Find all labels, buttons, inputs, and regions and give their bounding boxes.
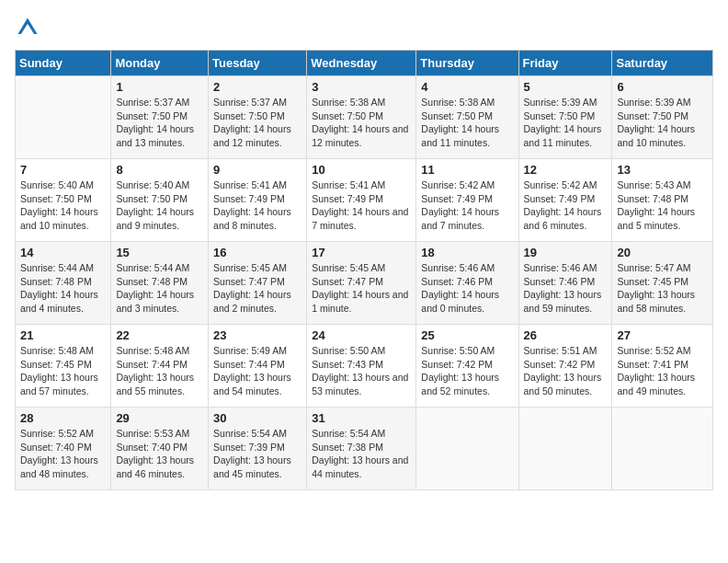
day-info: Sunrise: 5:48 AMSunset: 7:44 PMDaylight:… [116,344,203,398]
day-info: Sunrise: 5:40 AMSunset: 7:50 PMDaylight:… [116,178,203,233]
calendar-table: SundayMondayTuesdayWednesdayThursdayFrid… [15,50,713,490]
day-number: 14 [20,246,106,259]
weekday-header-friday: Friday [518,51,612,76]
day-number: 13 [617,163,708,177]
logo [15,15,44,40]
calendar-cell: 11Sunrise: 5:42 AMSunset: 7:49 PMDayligh… [416,159,518,242]
day-number: 23 [213,328,301,342]
day-number: 11 [421,163,513,177]
day-info: Sunrise: 5:52 AMSunset: 7:41 PMDaylight:… [617,344,708,398]
day-info: Sunrise: 5:46 AMSunset: 7:46 PMDaylight:… [421,261,513,316]
day-number: 28 [20,411,106,425]
day-info: Sunrise: 5:48 AMSunset: 7:45 PMDaylight:… [20,344,106,398]
day-number: 21 [20,328,106,342]
calendar-cell: 27Sunrise: 5:52 AMSunset: 7:41 PMDayligh… [612,325,713,408]
calendar-week-row: 28Sunrise: 5:52 AMSunset: 7:40 PMDayligh… [16,408,713,490]
day-info: Sunrise: 5:53 AMSunset: 7:40 PMDaylight:… [116,427,203,481]
day-info: Sunrise: 5:54 AMSunset: 7:39 PMDaylight:… [213,427,301,481]
calendar-cell: 17Sunrise: 5:45 AMSunset: 7:47 PMDayligh… [307,242,416,325]
day-number: 20 [617,246,708,259]
calendar-cell: 13Sunrise: 5:43 AMSunset: 7:48 PMDayligh… [612,159,713,242]
calendar-cell: 7Sunrise: 5:40 AMSunset: 7:50 PMDaylight… [16,159,111,242]
calendar-cell: 19Sunrise: 5:46 AMSunset: 7:46 PMDayligh… [518,242,612,325]
day-number: 15 [116,246,203,259]
calendar-cell: 26Sunrise: 5:51 AMSunset: 7:42 PMDayligh… [518,325,612,408]
day-info: Sunrise: 5:38 AMSunset: 7:50 PMDaylight:… [312,96,411,150]
day-info: Sunrise: 5:37 AMSunset: 7:50 PMDaylight:… [116,96,203,150]
day-number: 17 [312,246,411,259]
calendar-cell [612,408,713,490]
day-number: 25 [421,328,513,342]
calendar-cell: 10Sunrise: 5:41 AMSunset: 7:49 PMDayligh… [307,159,416,242]
calendar-cell: 28Sunrise: 5:52 AMSunset: 7:40 PMDayligh… [16,408,111,490]
day-number: 6 [617,80,708,94]
day-info: Sunrise: 5:50 AMSunset: 7:43 PMDaylight:… [312,344,411,398]
day-info: Sunrise: 5:50 AMSunset: 7:42 PMDaylight:… [421,344,513,398]
day-number: 26 [524,328,608,342]
calendar-cell: 12Sunrise: 5:42 AMSunset: 7:49 PMDayligh… [518,159,612,242]
day-number: 31 [312,411,411,425]
calendar-cell: 4Sunrise: 5:38 AMSunset: 7:50 PMDaylight… [416,76,518,159]
calendar-cell: 24Sunrise: 5:50 AMSunset: 7:43 PMDayligh… [307,325,416,408]
day-info: Sunrise: 5:45 AMSunset: 7:47 PMDaylight:… [213,261,301,316]
day-number: 5 [524,80,608,94]
calendar-cell: 23Sunrise: 5:49 AMSunset: 7:44 PMDayligh… [209,325,307,408]
day-number: 4 [421,80,513,94]
weekday-header-row: SundayMondayTuesdayWednesdayThursdayFrid… [16,51,713,76]
day-info: Sunrise: 5:41 AMSunset: 7:49 PMDaylight:… [213,178,301,233]
day-number: 1 [116,80,203,94]
calendar-cell: 15Sunrise: 5:44 AMSunset: 7:48 PMDayligh… [111,242,209,325]
day-info: Sunrise: 5:39 AMSunset: 7:50 PMDaylight:… [524,96,608,150]
day-info: Sunrise: 5:52 AMSunset: 7:40 PMDaylight:… [20,427,106,481]
day-info: Sunrise: 5:46 AMSunset: 7:46 PMDaylight:… [524,261,608,316]
day-info: Sunrise: 5:47 AMSunset: 7:45 PMDaylight:… [617,261,708,316]
calendar-cell: 21Sunrise: 5:48 AMSunset: 7:45 PMDayligh… [16,325,111,408]
calendar-cell: 14Sunrise: 5:44 AMSunset: 7:48 PMDayligh… [16,242,111,325]
calendar-cell: 1Sunrise: 5:37 AMSunset: 7:50 PMDaylight… [111,76,209,159]
calendar-cell: 3Sunrise: 5:38 AMSunset: 7:50 PMDaylight… [307,76,416,159]
calendar-week-row: 14Sunrise: 5:44 AMSunset: 7:48 PMDayligh… [16,242,713,325]
calendar-cell: 25Sunrise: 5:50 AMSunset: 7:42 PMDayligh… [416,325,518,408]
day-number: 18 [421,246,513,259]
calendar-cell: 29Sunrise: 5:53 AMSunset: 7:40 PMDayligh… [111,408,209,490]
day-number: 9 [213,163,301,177]
calendar-cell: 18Sunrise: 5:46 AMSunset: 7:46 PMDayligh… [416,242,518,325]
day-info: Sunrise: 5:54 AMSunset: 7:38 PMDaylight:… [312,427,411,481]
calendar-week-row: 7Sunrise: 5:40 AMSunset: 7:50 PMDaylight… [16,159,713,242]
calendar-cell [16,76,111,159]
day-info: Sunrise: 5:45 AMSunset: 7:47 PMDaylight:… [312,261,411,316]
weekday-header-saturday: Saturday [612,51,713,76]
day-info: Sunrise: 5:42 AMSunset: 7:49 PMDaylight:… [524,178,608,233]
day-info: Sunrise: 5:37 AMSunset: 7:50 PMDaylight:… [213,96,301,150]
calendar-cell: 5Sunrise: 5:39 AMSunset: 7:50 PMDaylight… [518,76,612,159]
calendar-cell: 2Sunrise: 5:37 AMSunset: 7:50 PMDaylight… [209,76,307,159]
calendar-week-row: 21Sunrise: 5:48 AMSunset: 7:45 PMDayligh… [16,325,713,408]
day-info: Sunrise: 5:49 AMSunset: 7:44 PMDaylight:… [213,344,301,398]
weekday-header-wednesday: Wednesday [307,51,416,76]
day-number: 27 [617,328,708,342]
weekday-header-monday: Monday [111,51,209,76]
calendar-cell: 6Sunrise: 5:39 AMSunset: 7:50 PMDaylight… [612,76,713,159]
day-number: 24 [312,328,411,342]
day-info: Sunrise: 5:38 AMSunset: 7:50 PMDaylight:… [421,96,513,150]
day-info: Sunrise: 5:51 AMSunset: 7:42 PMDaylight:… [524,344,608,398]
calendar-cell: 9Sunrise: 5:41 AMSunset: 7:49 PMDaylight… [209,159,307,242]
weekday-header-tuesday: Tuesday [209,51,307,76]
day-number: 12 [524,163,608,177]
day-info: Sunrise: 5:41 AMSunset: 7:49 PMDaylight:… [312,178,411,233]
calendar-cell [518,408,612,490]
day-info: Sunrise: 5:43 AMSunset: 7:48 PMDaylight:… [617,178,708,233]
day-number: 8 [116,163,203,177]
day-number: 16 [213,246,301,259]
calendar-cell: 16Sunrise: 5:45 AMSunset: 7:47 PMDayligh… [209,242,307,325]
day-info: Sunrise: 5:40 AMSunset: 7:50 PMDaylight:… [20,178,106,233]
day-number: 22 [116,328,203,342]
day-number: 19 [524,246,608,259]
day-number: 29 [116,411,203,425]
logo-icon [15,15,40,40]
calendar-cell [416,408,518,490]
calendar-cell: 30Sunrise: 5:54 AMSunset: 7:39 PMDayligh… [209,408,307,490]
calendar-week-row: 1Sunrise: 5:37 AMSunset: 7:50 PMDaylight… [16,76,713,159]
day-info: Sunrise: 5:39 AMSunset: 7:50 PMDaylight:… [617,96,708,150]
day-number: 3 [312,80,411,94]
